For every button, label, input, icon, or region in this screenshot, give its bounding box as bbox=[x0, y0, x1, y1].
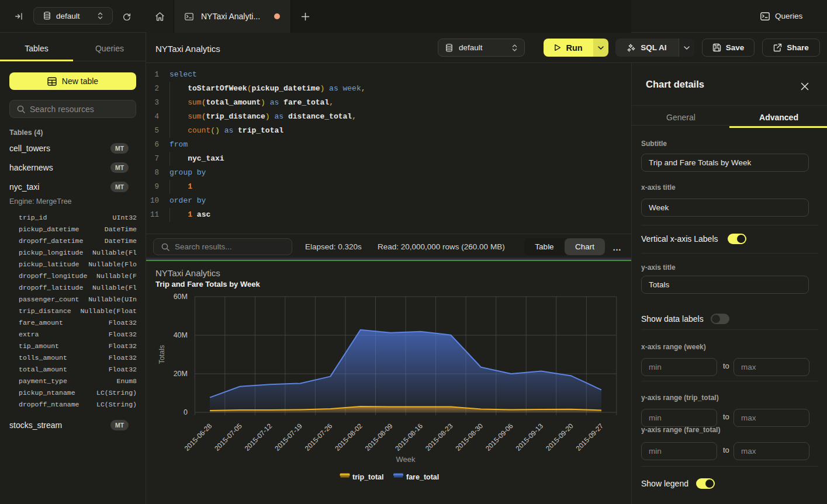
svg-text:2015-07-05: 2015-07-05 bbox=[213, 422, 244, 453]
svg-text:2015-08-16: 2015-08-16 bbox=[393, 422, 424, 453]
svg-text:60M: 60M bbox=[174, 293, 188, 301]
svg-text:2015-07-12: 2015-07-12 bbox=[243, 422, 274, 453]
svg-text:2015-09-20: 2015-09-20 bbox=[544, 422, 575, 453]
svg-text:2015-06-28: 2015-06-28 bbox=[183, 422, 214, 453]
svg-text:Trip and Fare Totals by Week: Trip and Fare Totals by Week bbox=[155, 280, 260, 289]
svg-text:2015-08-30: 2015-08-30 bbox=[454, 422, 485, 453]
svg-text:20M: 20M bbox=[174, 370, 188, 378]
svg-text:2015-07-19: 2015-07-19 bbox=[273, 422, 304, 453]
svg-text:2015-08-02: 2015-08-02 bbox=[333, 422, 364, 453]
svg-text:40M: 40M bbox=[174, 331, 188, 339]
svg-text:2015-08-23: 2015-08-23 bbox=[424, 422, 455, 453]
svg-text:2015-09-27: 2015-09-27 bbox=[575, 422, 605, 453]
svg-text:NYTaxi Analytics: NYTaxi Analytics bbox=[155, 268, 220, 278]
svg-text:2015-09-13: 2015-09-13 bbox=[514, 422, 545, 453]
svg-text:fare_total: fare_total bbox=[406, 473, 439, 481]
svg-text:trip_total: trip_total bbox=[352, 473, 383, 481]
svg-text:0: 0 bbox=[184, 408, 188, 416]
svg-text:Totals: Totals bbox=[158, 345, 166, 364]
svg-text:2015-09-06: 2015-09-06 bbox=[484, 422, 515, 453]
svg-text:2015-08-09: 2015-08-09 bbox=[364, 422, 395, 453]
svg-text:Week: Week bbox=[396, 455, 416, 464]
svg-text:2015-07-26: 2015-07-26 bbox=[303, 422, 334, 453]
